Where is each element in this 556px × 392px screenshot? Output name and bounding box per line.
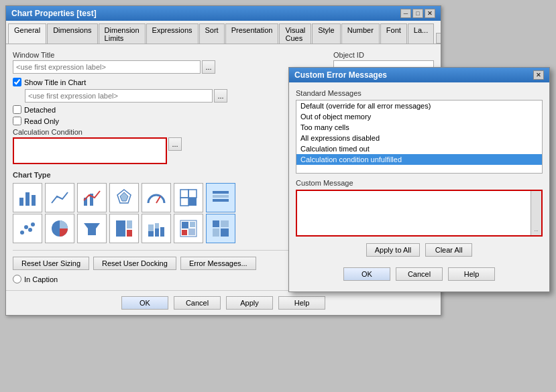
svg-rect-9	[188, 190, 197, 198]
chart-block[interactable]	[174, 214, 203, 243]
svg-rect-36	[213, 228, 219, 237]
show-title-browse[interactable]: ...	[214, 89, 227, 103]
standard-messages-label: Standard Messages	[296, 89, 543, 97]
calc-condition-input[interactable]	[17, 142, 163, 150]
chart-gauge[interactable]	[142, 183, 171, 212]
tab-presentation[interactable]: Presentation	[225, 23, 279, 44]
chart-combo[interactable]	[77, 183, 107, 212]
left-buttons: Reset User Sizing Reset User Docking Err…	[13, 257, 256, 270]
svg-point-15	[20, 231, 24, 235]
chart-scatter2[interactable]	[13, 214, 42, 243]
read-only-checkbox[interactable]	[13, 117, 21, 125]
dialog-footer: OK Cancel Help	[296, 263, 543, 285]
window-title-section: Window Title ...	[13, 51, 320, 74]
msg-out-of-memory[interactable]: Out of object memory	[296, 111, 542, 122]
chart-bar[interactable]	[13, 183, 42, 212]
svg-rect-12	[213, 191, 229, 194]
chart-table-partial[interactable]	[206, 183, 235, 212]
tab-sort[interactable]: Sort	[199, 23, 225, 44]
dialog-help-button[interactable]: Help	[448, 267, 495, 281]
window-title-label: Window Title	[13, 51, 320, 59]
custom-message-box: ···	[296, 190, 543, 237]
msg-too-many-cells[interactable]: Too many cells	[296, 122, 542, 133]
svg-rect-24	[148, 231, 154, 237]
tab-expressions[interactable]: Expressions	[146, 23, 199, 44]
svg-rect-25	[148, 224, 154, 231]
tab-la[interactable]: La...	[408, 23, 434, 44]
tab-general[interactable]: General	[8, 23, 46, 44]
tab-bar: General Dimensions Dimension Limits Expr…	[6, 21, 441, 44]
tab-dimension-limits[interactable]: Dimension Limits	[99, 23, 146, 44]
chart-treemap[interactable]	[109, 214, 139, 243]
close-button[interactable]: ✕	[425, 9, 435, 18]
window-title-browse[interactable]: ...	[202, 60, 215, 74]
dialog-close-button[interactable]: ✕	[533, 70, 544, 80]
apply-button[interactable]: Apply	[226, 296, 273, 310]
cancel-button[interactable]: Cancel	[174, 296, 221, 310]
svg-rect-21	[116, 220, 125, 237]
svg-rect-27	[155, 223, 159, 228]
detached-label: Detached	[24, 106, 56, 114]
svg-line-7	[156, 196, 160, 203]
tab-style[interactable]: Style	[312, 23, 340, 44]
show-title-input[interactable]	[25, 89, 213, 103]
chart-pie[interactable]	[45, 214, 74, 243]
maximize-button[interactable]: □	[412, 9, 423, 18]
dialog-cancel-button[interactable]: Cancel	[396, 267, 443, 281]
svg-rect-23	[127, 230, 132, 237]
chart-radar[interactable]	[109, 183, 139, 212]
svg-rect-31	[190, 222, 195, 227]
svg-rect-0	[19, 198, 23, 206]
svg-rect-8	[180, 190, 188, 198]
show-title-checkbox[interactable]	[13, 78, 21, 86]
chart-mekko[interactable]	[142, 214, 171, 243]
custom-message-scrollbar[interactable]: ···	[531, 191, 541, 235]
svg-rect-10	[180, 198, 188, 206]
chart-funnel[interactable]	[77, 214, 107, 243]
svg-rect-2	[32, 195, 36, 206]
help-button[interactable]: Help	[278, 296, 325, 310]
ok-button[interactable]: OK	[121, 296, 168, 310]
svg-rect-37	[221, 228, 229, 237]
tab-scroll-left[interactable]: ◄	[436, 33, 441, 44]
chart-scatter[interactable]	[174, 183, 203, 212]
msg-all-disabled[interactable]: All expressions disabled	[296, 133, 542, 143]
svg-rect-22	[127, 220, 132, 228]
msg-timed-out[interactable]: Calculation timed out	[296, 143, 542, 154]
dialog-title: Custom Error Messages	[294, 70, 387, 80]
custom-message-textarea[interactable]	[297, 191, 531, 235]
svg-rect-33	[188, 228, 195, 235]
reset-sizing-button[interactable]: Reset User Sizing	[13, 257, 89, 270]
svg-rect-11	[188, 198, 197, 206]
svg-point-16	[24, 225, 28, 229]
chart-line[interactable]	[45, 183, 74, 212]
tab-font[interactable]: Font	[380, 23, 407, 44]
dialog-ok-button[interactable]: OK	[343, 267, 390, 281]
minimize-button[interactable]: ─	[400, 9, 411, 18]
in-caption-radio[interactable]	[13, 275, 21, 283]
dialog-mid-buttons: Apply to All Clear All	[296, 243, 543, 257]
in-caption-label: In Caption	[24, 275, 58, 283]
svg-rect-14	[213, 199, 229, 202]
clear-all-button[interactable]: Clear All	[425, 243, 472, 257]
tab-visual-cues[interactable]: Visual Cues	[279, 23, 311, 44]
detached-checkbox[interactable]	[13, 105, 21, 114]
svg-rect-30	[182, 222, 188, 228]
tab-dimensions[interactable]: Dimensions	[47, 23, 97, 44]
svg-point-18	[31, 222, 35, 226]
window-title-input[interactable]	[13, 60, 201, 74]
title-bar-buttons: ─ □ ✕	[400, 9, 435, 18]
custom-message-label: Custom Message	[296, 179, 543, 187]
msg-default[interactable]: Default (override for all error messages…	[296, 101, 542, 111]
apply-to-all-button[interactable]: Apply to All	[366, 243, 420, 257]
msg-calc-unfulfilled[interactable]: Calculation condition unfulfilled	[296, 154, 542, 165]
chart-heatmap[interactable]	[206, 214, 235, 243]
reset-docking-button[interactable]: Reset User Docking	[93, 257, 176, 270]
calc-condition-box	[13, 137, 167, 164]
error-messages-button[interactable]: Error Messages...	[180, 257, 256, 270]
svg-marker-6	[120, 192, 128, 201]
tab-number[interactable]: Number	[341, 23, 380, 44]
calc-condition-browse[interactable]: ...	[168, 137, 182, 151]
svg-rect-35	[221, 220, 229, 227]
messages-list[interactable]: Default (override for all error messages…	[296, 100, 543, 174]
